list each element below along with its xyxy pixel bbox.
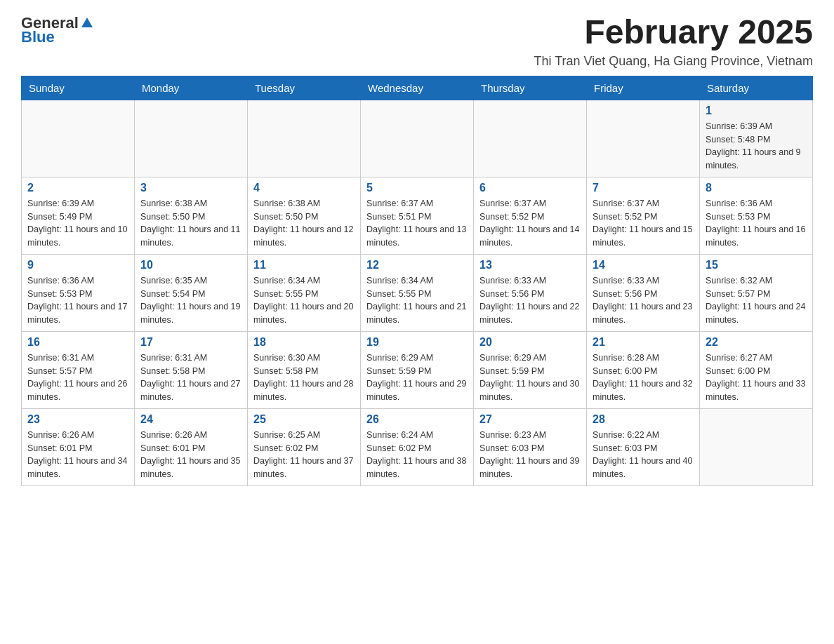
calendar-cell: 3Sunrise: 6:38 AM Sunset: 5:50 PM Daylig… — [135, 177, 248, 254]
day-number: 7 — [593, 182, 694, 194]
calendar-cell: 25Sunrise: 6:25 AM Sunset: 6:02 PM Dayli… — [248, 408, 361, 485]
day-number: 17 — [140, 336, 241, 349]
calendar-cell: 13Sunrise: 6:33 AM Sunset: 5:56 PM Dayli… — [474, 254, 587, 331]
calendar-cell: 4Sunrise: 6:38 AM Sunset: 5:50 PM Daylig… — [248, 177, 361, 254]
calendar-header-saturday: Saturday — [700, 76, 813, 100]
calendar-week-row: 9Sunrise: 6:36 AM Sunset: 5:53 PM Daylig… — [22, 254, 813, 331]
day-info: Sunrise: 6:27 AM Sunset: 6:00 PM Dayligh… — [706, 351, 807, 404]
day-number: 28 — [593, 413, 694, 426]
day-number: 21 — [593, 336, 694, 349]
day-number: 18 — [253, 336, 355, 349]
day-info: Sunrise: 6:38 AM Sunset: 5:50 PM Dayligh… — [253, 197, 355, 250]
calendar-cell: 6Sunrise: 6:37 AM Sunset: 5:52 PM Daylig… — [474, 177, 587, 254]
calendar-cell: 20Sunrise: 6:29 AM Sunset: 5:59 PM Dayli… — [474, 331, 587, 408]
day-number: 26 — [366, 413, 468, 426]
day-number: 3 — [140, 182, 241, 194]
day-number: 4 — [253, 182, 355, 194]
calendar-cell: 12Sunrise: 6:34 AM Sunset: 5:55 PM Dayli… — [361, 254, 474, 331]
calendar-cell: 18Sunrise: 6:30 AM Sunset: 5:58 PM Dayli… — [248, 331, 361, 408]
day-info: Sunrise: 6:22 AM Sunset: 6:03 PM Dayligh… — [593, 429, 694, 481]
day-number: 16 — [27, 336, 128, 349]
calendar-cell: 10Sunrise: 6:35 AM Sunset: 5:54 PM Dayli… — [135, 254, 248, 331]
day-number: 25 — [253, 413, 355, 426]
calendar-cell: 5Sunrise: 6:37 AM Sunset: 5:51 PM Daylig… — [361, 177, 474, 254]
day-info: Sunrise: 6:33 AM Sunset: 5:56 PM Dayligh… — [593, 274, 694, 327]
calendar-week-row: 1Sunrise: 6:39 AM Sunset: 5:48 PM Daylig… — [22, 100, 813, 177]
calendar-cell: 11Sunrise: 6:34 AM Sunset: 5:55 PM Dayli… — [248, 254, 361, 331]
calendar-cell: 1Sunrise: 6:39 AM Sunset: 5:48 PM Daylig… — [700, 100, 813, 177]
calendar-header-monday: Monday — [135, 76, 248, 100]
day-info: Sunrise: 6:26 AM Sunset: 6:01 PM Dayligh… — [140, 429, 241, 481]
day-info: Sunrise: 6:30 AM Sunset: 5:58 PM Dayligh… — [253, 351, 355, 404]
day-number: 5 — [366, 182, 468, 194]
calendar-cell: 9Sunrise: 6:36 AM Sunset: 5:53 PM Daylig… — [22, 254, 135, 331]
day-number: 14 — [593, 259, 694, 271]
day-number: 24 — [140, 413, 241, 426]
calendar-cell: 8Sunrise: 6:36 AM Sunset: 5:53 PM Daylig… — [700, 177, 813, 254]
day-info: Sunrise: 6:33 AM Sunset: 5:56 PM Dayligh… — [479, 274, 581, 327]
calendar-cell: 27Sunrise: 6:23 AM Sunset: 6:03 PM Dayli… — [474, 408, 587, 485]
calendar-cell: 24Sunrise: 6:26 AM Sunset: 6:01 PM Dayli… — [135, 408, 248, 485]
day-number: 10 — [140, 259, 241, 271]
calendar-cell — [587, 100, 700, 177]
calendar-cell — [474, 100, 587, 177]
day-info: Sunrise: 6:37 AM Sunset: 5:52 PM Dayligh… — [479, 197, 581, 250]
calendar-header-row: SundayMondayTuesdayWednesdayThursdayFrid… — [22, 76, 813, 100]
day-info: Sunrise: 6:34 AM Sunset: 5:55 PM Dayligh… — [366, 274, 468, 327]
day-number: 1 — [706, 105, 807, 117]
calendar-cell: 17Sunrise: 6:31 AM Sunset: 5:58 PM Dayli… — [135, 331, 248, 408]
calendar-cell: 16Sunrise: 6:31 AM Sunset: 5:57 PM Dayli… — [22, 331, 135, 408]
logo-blue-text: Blue — [21, 28, 55, 46]
day-number: 8 — [706, 182, 807, 194]
calendar-cell — [700, 408, 813, 485]
day-info: Sunrise: 6:37 AM Sunset: 5:51 PM Dayligh… — [366, 197, 468, 250]
calendar-cell — [248, 100, 361, 177]
day-number: 6 — [479, 182, 581, 194]
calendar-header-tuesday: Tuesday — [248, 76, 361, 100]
day-info: Sunrise: 6:36 AM Sunset: 5:53 PM Dayligh… — [27, 274, 128, 327]
calendar-header-thursday: Thursday — [474, 76, 587, 100]
day-info: Sunrise: 6:28 AM Sunset: 6:00 PM Dayligh… — [593, 351, 694, 404]
title-section: February 2025 Thi Tran Viet Quang, Ha Gi… — [534, 14, 813, 69]
calendar-cell: 15Sunrise: 6:32 AM Sunset: 5:57 PM Dayli… — [700, 254, 813, 331]
day-number: 9 — [27, 259, 128, 271]
calendar-week-row: 16Sunrise: 6:31 AM Sunset: 5:57 PM Dayli… — [22, 331, 813, 408]
calendar-cell: 7Sunrise: 6:37 AM Sunset: 5:52 PM Daylig… — [587, 177, 700, 254]
calendar-cell: 22Sunrise: 6:27 AM Sunset: 6:00 PM Dayli… — [700, 331, 813, 408]
day-number: 27 — [479, 413, 581, 426]
location-subtitle: Thi Tran Viet Quang, Ha Giang Province, … — [534, 54, 813, 69]
day-number: 20 — [479, 336, 581, 349]
day-info: Sunrise: 6:31 AM Sunset: 5:57 PM Dayligh… — [27, 351, 128, 404]
day-info: Sunrise: 6:24 AM Sunset: 6:02 PM Dayligh… — [366, 429, 468, 481]
calendar-cell: 19Sunrise: 6:29 AM Sunset: 5:59 PM Dayli… — [361, 331, 474, 408]
day-number: 2 — [27, 182, 128, 194]
day-info: Sunrise: 6:29 AM Sunset: 5:59 PM Dayligh… — [479, 351, 581, 404]
day-number: 19 — [366, 336, 468, 349]
calendar-cell: 14Sunrise: 6:33 AM Sunset: 5:56 PM Dayli… — [587, 254, 700, 331]
day-info: Sunrise: 6:37 AM Sunset: 5:52 PM Dayligh… — [593, 197, 694, 250]
day-info: Sunrise: 6:35 AM Sunset: 5:54 PM Dayligh… — [140, 274, 241, 327]
day-number: 15 — [706, 259, 807, 271]
calendar-table: SundayMondayTuesdayWednesdayThursdayFrid… — [21, 76, 813, 486]
calendar-cell — [361, 100, 474, 177]
calendar-week-row: 23Sunrise: 6:26 AM Sunset: 6:01 PM Dayli… — [22, 408, 813, 485]
svg-marker-0 — [81, 18, 93, 27]
day-info: Sunrise: 6:39 AM Sunset: 5:48 PM Dayligh… — [706, 120, 807, 173]
logo-triangle-icon — [80, 16, 94, 30]
calendar-week-row: 2Sunrise: 6:39 AM Sunset: 5:49 PM Daylig… — [22, 177, 813, 254]
day-info: Sunrise: 6:38 AM Sunset: 5:50 PM Dayligh… — [140, 197, 241, 250]
calendar-header-sunday: Sunday — [22, 76, 135, 100]
day-info: Sunrise: 6:29 AM Sunset: 5:59 PM Dayligh… — [366, 351, 468, 404]
calendar-cell: 23Sunrise: 6:26 AM Sunset: 6:01 PM Dayli… — [22, 408, 135, 485]
day-info: Sunrise: 6:39 AM Sunset: 5:49 PM Dayligh… — [27, 197, 128, 250]
day-number: 23 — [27, 413, 128, 426]
month-title: February 2025 — [534, 14, 813, 51]
calendar-cell: 28Sunrise: 6:22 AM Sunset: 6:03 PM Dayli… — [587, 408, 700, 485]
day-number: 11 — [253, 259, 355, 271]
day-info: Sunrise: 6:36 AM Sunset: 5:53 PM Dayligh… — [706, 197, 807, 250]
calendar-cell: 21Sunrise: 6:28 AM Sunset: 6:00 PM Dayli… — [587, 331, 700, 408]
calendar-header-wednesday: Wednesday — [361, 76, 474, 100]
day-info: Sunrise: 6:26 AM Sunset: 6:01 PM Dayligh… — [27, 429, 128, 481]
day-number: 12 — [366, 259, 468, 271]
calendar-cell: 26Sunrise: 6:24 AM Sunset: 6:02 PM Dayli… — [361, 408, 474, 485]
